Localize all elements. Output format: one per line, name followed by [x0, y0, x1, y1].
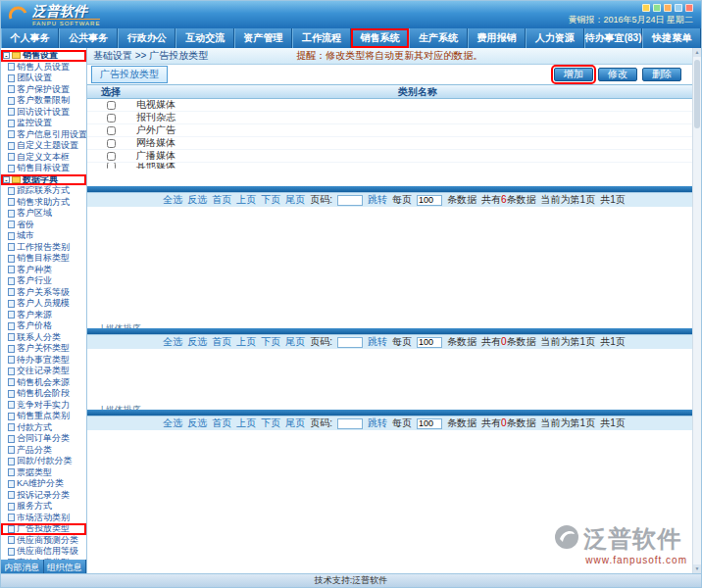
tree-expander-icon[interactable]: -: [3, 52, 10, 59]
jump-link[interactable]: 跳转: [368, 335, 387, 349]
row-checkbox[interactable]: [107, 152, 116, 161]
select-all-link[interactable]: 全选: [163, 335, 182, 349]
sidebar-tree-item[interactable]: - 客户关系等级: [1, 287, 86, 299]
sidebar-tree-item[interactable]: - 产品分类: [1, 445, 86, 457]
sidebar-tree-item[interactable]: - 自定义文本框: [1, 152, 86, 164]
row-checkbox[interactable]: [107, 114, 116, 122]
sidebar-tree-item[interactable]: - 自定义主题设置: [1, 140, 86, 152]
next-page-link[interactable]: 下页: [261, 193, 280, 207]
row-checkbox[interactable]: [107, 139, 116, 148]
sidebar-tree-item[interactable]: - 投诉记录分类: [1, 490, 86, 502]
jump-link[interactable]: 跳转: [368, 193, 387, 207]
row-checkbox[interactable]: [107, 126, 116, 135]
next-page-link[interactable]: 下页: [261, 335, 280, 349]
nav-tab[interactable]: 个人事务: [1, 28, 59, 48]
sidebar-tree-item[interactable]: - 销售目标设置: [1, 163, 86, 174]
sidebar-tree-item[interactable]: - 市场活动类别: [1, 513, 86, 524]
nav-tab[interactable]: 人力资源: [526, 28, 583, 48]
first-page-link[interactable]: 首页: [212, 193, 231, 207]
sidebar-tree-item[interactable]: - 监控设置: [1, 118, 86, 129]
page-number-input[interactable]: [337, 195, 363, 206]
scroll-down-icon[interactable]: ▼: [693, 564, 701, 573]
sidebar-tree-item[interactable]: - 回款/付款分类: [1, 456, 86, 467]
per-page-input[interactable]: [417, 337, 442, 348]
nav-tab[interactable]: 费用报销: [468, 28, 526, 48]
tab-ad-type[interactable]: 广告投放类型: [91, 66, 168, 83]
add-button[interactable]: 增加: [554, 68, 593, 81]
per-page-input[interactable]: [417, 418, 442, 429]
select-all-link[interactable]: 全选: [163, 416, 182, 430]
nav-tab[interactable]: 快捷菜单: [642, 28, 700, 48]
sidebar-tree-item[interactable]: - 数据字典: [1, 174, 86, 186]
sidebar-tree-item[interactable]: - 销售人员设置: [1, 62, 86, 74]
edit-button[interactable]: 修改: [598, 68, 637, 81]
page-number-input[interactable]: [337, 337, 363, 348]
nav-tab[interactable]: 销售系统: [351, 28, 409, 48]
sidebar-tree-item[interactable]: - KA维护分类: [1, 478, 86, 490]
sidebar-tree-item[interactable]: - 客户来源: [1, 310, 86, 321]
quick-launch-icon[interactable]: [642, 4, 650, 12]
per-page-input[interactable]: [417, 195, 442, 206]
last-page-link[interactable]: 尾页: [285, 416, 305, 430]
nav-tab[interactable]: 公共事务: [59, 28, 117, 48]
nav-tab[interactable]: 行政办公: [118, 28, 176, 48]
nav-tab[interactable]: 待办事宜(83): [584, 28, 643, 48]
quick-launch-icon[interactable]: [653, 4, 661, 12]
invert-select-link[interactable]: 反选: [187, 335, 207, 349]
sidebar-tree-item[interactable]: - 客户种类: [1, 265, 86, 276]
first-page-link[interactable]: 首页: [212, 416, 231, 430]
row-checkbox[interactable]: [107, 101, 116, 110]
sidebar-tree-item[interactable]: - 城市: [1, 230, 86, 242]
sidebar-tree-item[interactable]: - 广告投放类型: [1, 523, 86, 535]
sidebar-tree-item[interactable]: - 客户人员规模: [1, 298, 86, 310]
prev-page-link[interactable]: 上页: [236, 416, 256, 430]
vertical-scrollbar[interactable]: ▲ ▼: [692, 48, 701, 573]
nav-tab[interactable]: 工作流程: [292, 28, 350, 48]
quick-launch-icon[interactable]: [685, 4, 693, 12]
page-number-input[interactable]: [337, 418, 363, 429]
sidebar-tree-item[interactable]: - 付款方式: [1, 422, 86, 434]
sidebar-tree-item[interactable]: - 票据类型: [1, 467, 86, 479]
sidebar-tree-item[interactable]: - 客户行业: [1, 275, 86, 287]
quick-launch-icon[interactable]: [675, 4, 682, 12]
last-page-link[interactable]: 尾页: [285, 193, 305, 207]
sidebar-tree-item[interactable]: - 省份: [1, 220, 86, 231]
sidebar-tree-item[interactable]: - 客户信息引用设置: [1, 129, 86, 141]
invert-select-link[interactable]: 反选: [187, 416, 207, 430]
sidebar-tree-item[interactable]: - 销售求助方式: [1, 197, 86, 209]
scroll-up-icon[interactable]: ▲: [693, 48, 701, 57]
sidebar-tree-item[interactable]: - 跟踪联系方式: [1, 185, 86, 197]
sidebar-tree-item[interactable]: - 客户价格: [1, 320, 86, 332]
select-all-link[interactable]: 全选: [163, 193, 182, 207]
sidebar-tree-item[interactable]: - 客户数量限制: [1, 95, 86, 107]
sidebar-tree-item[interactable]: - 交往记录类型: [1, 366, 86, 377]
sidebar-tree-item[interactable]: - 竞争对手实力: [1, 400, 86, 412]
sidebar-tree-item[interactable]: - 销售目标类型: [1, 253, 86, 265]
sidebar-tree-item[interactable]: - 服务方式: [1, 501, 86, 513]
sidebar-tree-item[interactable]: - 销售设置: [1, 50, 86, 62]
prev-page-link[interactable]: 上页: [236, 193, 256, 207]
sidebar-tree-item[interactable]: - 客户保护设置: [1, 84, 86, 96]
nav-tab[interactable]: 资产管理: [234, 28, 292, 48]
prev-page-link[interactable]: 上页: [236, 335, 256, 349]
nav-tab[interactable]: 生产系统: [409, 28, 467, 48]
sidebar-tree-item[interactable]: - 客户区域: [1, 208, 86, 220]
nav-tab[interactable]: 互动交流: [176, 28, 233, 48]
sidebar-tree-item[interactable]: - 销售机会来源: [1, 377, 86, 389]
sidebar-tree-item[interactable]: - 销售机会阶段: [1, 388, 86, 400]
sidebar-tree-item[interactable]: - 供应商信用等级: [1, 546, 86, 558]
sidebar-tree-item[interactable]: - 销售重点类别: [1, 411, 86, 422]
sidebar-tree-item[interactable]: - 工作报告类别: [1, 242, 86, 254]
sidebar-tree-item[interactable]: - 联系人分类: [1, 332, 86, 344]
jump-link[interactable]: 跳转: [368, 416, 387, 430]
first-page-link[interactable]: 首页: [212, 335, 231, 349]
invert-select-link[interactable]: 反选: [187, 193, 207, 207]
sidebar-tree-item[interactable]: - 团队设置: [1, 73, 86, 84]
tree-expander-icon[interactable]: -: [3, 176, 10, 183]
sidebar-tree-item[interactable]: - 合同订单分类: [1, 433, 86, 445]
sidebar-tree-item[interactable]: - 回访设计设置: [1, 107, 86, 119]
scrollbar-thumb[interactable]: [694, 60, 700, 128]
last-page-link[interactable]: 尾页: [285, 335, 305, 349]
sidebar-tree-item[interactable]: - 客户关怀类型: [1, 343, 86, 355]
sidebar-tree-item[interactable]: - 待办事宜类型: [1, 355, 86, 367]
